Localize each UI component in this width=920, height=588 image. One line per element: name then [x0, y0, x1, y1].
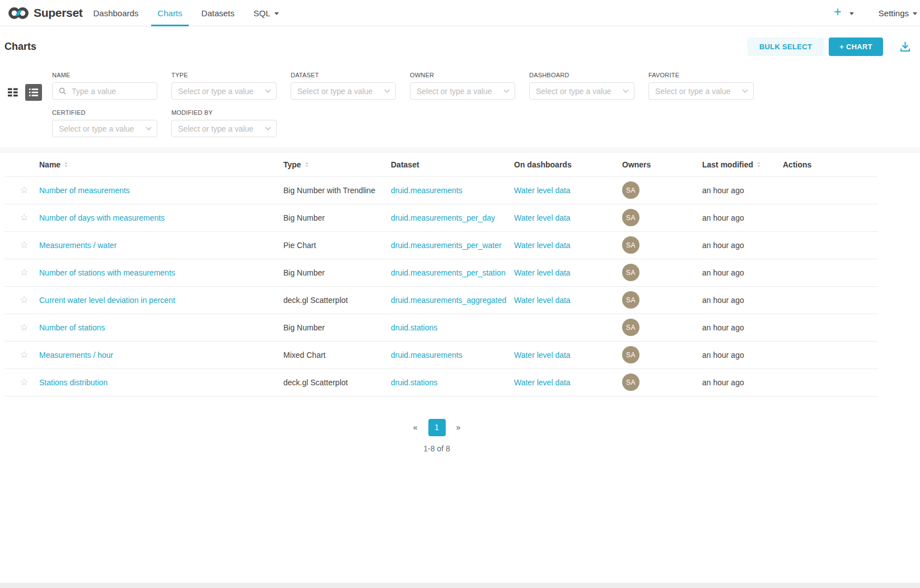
select-placeholder: Select or type a value [655, 87, 743, 96]
add-chart-button[interactable]: + CHART [829, 38, 883, 56]
chart-type: deck.gl Scatterplot [280, 368, 387, 396]
filter-owner: OWNER Select or type a value [410, 72, 515, 100]
owner-avatar[interactable]: SA [622, 181, 639, 199]
chevron-down-icon [265, 125, 271, 130]
col-type[interactable]: Type [280, 153, 387, 176]
last-modified: an hour ago [699, 314, 779, 341]
dashboard-link[interactable]: Water level data [514, 186, 571, 195]
filter-label: DASHBOARD [529, 72, 634, 78]
filter-label: FAVORITE [648, 72, 754, 78]
nav-dashboards[interactable]: Dashboards [83, 0, 148, 26]
owner-avatar[interactable]: SA [622, 291, 639, 309]
download-icon[interactable] [899, 41, 911, 53]
chevron-down-icon [146, 125, 152, 130]
star-icon[interactable]: ☆ [20, 240, 28, 250]
owner-filter-select[interactable]: Select or type a value [410, 82, 515, 100]
dataset-link[interactable]: druid.stations [391, 323, 437, 332]
navbar-right: + Settings [834, 7, 920, 18]
view-toggles [6, 84, 42, 101]
favorite-filter-select[interactable]: Select or type a value [648, 82, 754, 100]
dashboard-link[interactable]: Water level data [514, 213, 571, 222]
sort-icon[interactable] [757, 162, 760, 167]
sort-icon[interactable] [305, 162, 309, 167]
star-icon[interactable]: ☆ [20, 185, 28, 195]
dashboard-link[interactable]: Water level data [514, 241, 571, 250]
chevron-down-icon [504, 87, 510, 93]
sort-icon[interactable] [64, 162, 68, 167]
col-dataset: Dataset [387, 153, 511, 176]
nav-charts[interactable]: Charts [148, 0, 192, 26]
filter-dataset: DATASET Select or type a value [291, 72, 396, 100]
name-filter-input[interactable] [52, 82, 157, 100]
owner-avatar[interactable]: SA [622, 209, 639, 226]
owner-avatar[interactable]: SA [622, 319, 639, 336]
charts-table: Name Type Dataset On dashboards Owners L… [4, 153, 878, 396]
caret-down-icon [913, 12, 917, 15]
star-icon[interactable]: ☆ [20, 349, 28, 360]
star-icon[interactable]: ☆ [20, 295, 28, 305]
chart-name-link[interactable]: Stations distribution [39, 378, 108, 387]
certified-filter-select[interactable]: Select or type a value [52, 120, 157, 137]
nav-sql-label: SQL [254, 8, 270, 18]
chart-type: Big Number [280, 259, 387, 286]
pagination: « 1 » [0, 419, 874, 436]
dashboard-link[interactable]: Water level data [514, 268, 571, 277]
owner-avatar[interactable]: SA [622, 264, 639, 281]
table-header-row: Name Type Dataset On dashboards Owners L… [4, 153, 878, 176]
owner-avatar[interactable]: SA [622, 374, 639, 391]
pagination-page-1[interactable]: 1 [428, 419, 446, 436]
chart-name-link[interactable]: Measurements / water [39, 241, 117, 250]
name-filter-text[interactable] [71, 86, 151, 96]
actions-cell [779, 286, 878, 314]
table-top-strip [0, 147, 920, 153]
charts-table-wrap: Name Type Dataset On dashboards Owners L… [4, 153, 878, 396]
chart-name-link[interactable]: Number of measurements [39, 186, 130, 195]
modified-by-filter-select[interactable]: Select or type a value [171, 120, 277, 137]
dataset-link[interactable]: druid.measurements_per_station [391, 268, 506, 277]
chart-name-link[interactable]: Number of days with measurements [39, 213, 165, 222]
star-icon[interactable]: ☆ [20, 212, 28, 223]
chart-type: Mixed Chart [280, 341, 387, 368]
col-last-modified[interactable]: Last modified [699, 153, 779, 176]
type-filter-select[interactable]: Select or type a value [171, 82, 277, 100]
dashboard-filter-select[interactable]: Select or type a value [529, 82, 634, 100]
dataset-link[interactable]: druid.stations [391, 378, 437, 387]
chart-name-link[interactable]: Measurements / hour [39, 351, 113, 360]
last-modified: an hour ago [699, 204, 779, 231]
col-on-dashboards: On dashboards [511, 153, 619, 176]
pagination-summary: 1-8 of 8 [0, 444, 874, 453]
dataset-link[interactable]: druid.measurements_per_water [391, 241, 502, 250]
card-view-icon[interactable] [6, 85, 20, 100]
dataset-filter-select[interactable]: Select or type a value [291, 82, 396, 100]
chart-name-link[interactable]: Current water level deviation in percent [39, 296, 175, 305]
star-icon[interactable]: ☆ [20, 322, 28, 333]
owner-avatar[interactable]: SA [622, 236, 639, 254]
dashboard-link[interactable]: Water level data [514, 351, 571, 360]
bulk-select-button[interactable]: BULK SELECT [748, 38, 824, 56]
dataset-link[interactable]: druid.measurements_per_day [391, 213, 495, 222]
dashboard-link[interactable]: Water level data [514, 296, 571, 305]
star-icon[interactable]: ☆ [20, 377, 28, 388]
col-name[interactable]: Name [36, 153, 280, 176]
new-item-menu[interactable]: + [834, 7, 853, 18]
dashboard-link[interactable]: Water level data [514, 378, 571, 387]
list-view-icon[interactable] [25, 84, 42, 101]
nav-sql[interactable]: SQL [244, 0, 288, 26]
star-icon[interactable]: ☆ [20, 267, 28, 278]
select-placeholder: Select or type a value [178, 87, 266, 96]
table-row: ☆ Number of stations Big Number druid.st… [4, 314, 878, 341]
chart-name-link[interactable]: Number of stations [39, 323, 105, 332]
owner-avatar[interactable]: SA [622, 346, 639, 363]
actions-cell [779, 176, 878, 204]
dataset-link[interactable]: druid.measurements [391, 351, 463, 360]
superset-logo[interactable]: Superset [8, 6, 82, 20]
chart-name-link[interactable]: Number of stations with measurements [39, 268, 175, 277]
pagination-prev[interactable]: « [413, 423, 418, 432]
dataset-link[interactable]: druid.measurements [391, 186, 463, 195]
pagination-next[interactable]: » [456, 423, 461, 432]
nav-datasets[interactable]: Datasets [192, 0, 244, 26]
settings-menu[interactable]: Settings [879, 8, 917, 18]
horizontal-scrollbar[interactable] [0, 583, 920, 588]
dataset-link[interactable]: druid.measurements_aggregated [391, 296, 506, 305]
table-row: ☆ Measurements / water Pie Chart druid.m… [4, 231, 878, 259]
